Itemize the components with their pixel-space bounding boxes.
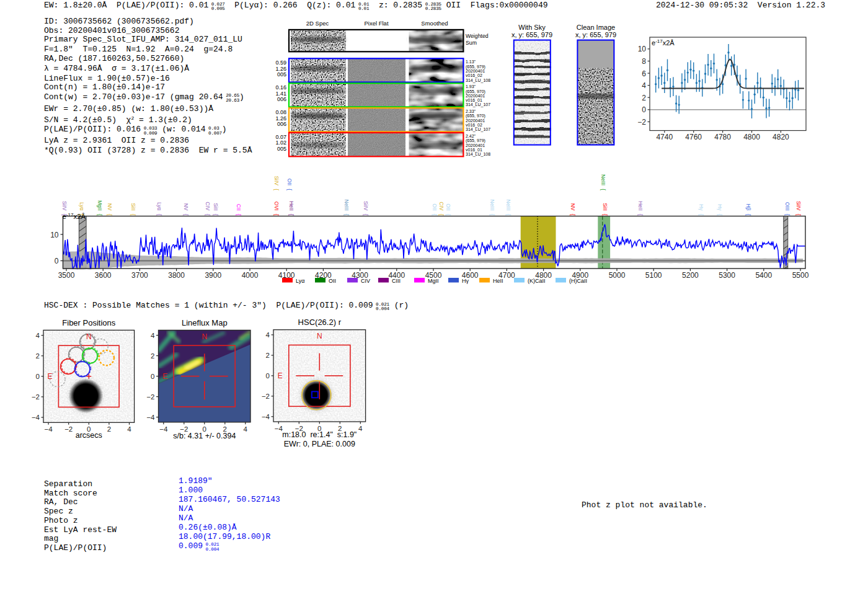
svg-text:Clean Image: Clean Image: [577, 24, 615, 31]
svg-text:20200401: 20200401: [466, 94, 485, 98]
svg-text:2: 2: [266, 352, 270, 359]
svg-text:HSC(26.2) r: HSC(26.2) r: [298, 318, 342, 327]
svg-text:3700: 3700: [131, 271, 148, 280]
svg-text:N: N: [202, 332, 207, 341]
svg-text:5100: 5100: [645, 271, 662, 280]
svg-text:314_LU_107: 314_LU_107: [466, 127, 490, 132]
svg-text:{: {: [130, 214, 136, 216]
svg-text:{: {: [213, 214, 219, 216]
svg-text:NeIII: NeIII: [505, 200, 512, 211]
svg-text:Hγ: Hγ: [462, 278, 469, 284]
svg-text:6: 6: [642, 69, 646, 78]
svg-text:20200401: 20200401: [466, 118, 485, 123]
svg-text:NV: NV: [107, 203, 113, 211]
svg-text:4820: 4820: [773, 133, 789, 141]
svg-text:314_LU_107: 314_LU_107: [466, 102, 490, 107]
svg-text:{: {: [79, 214, 85, 216]
svg-text:5500: 5500: [792, 271, 809, 280]
svg-text:{: {: [745, 214, 751, 216]
svg-text:OIII: OIII: [784, 202, 790, 211]
svg-text:3600: 3600: [95, 271, 112, 280]
svg-text:−2: −2: [146, 393, 154, 401]
svg-text:With Sky: With Sky: [518, 24, 546, 31]
svg-text:4: 4: [358, 425, 363, 432]
svg-text:Sum: Sum: [466, 40, 477, 46]
svg-text:8: 8: [642, 57, 646, 66]
svg-text:OII: OII: [286, 179, 293, 185]
svg-text:{: {: [637, 214, 644, 216]
svg-text:5300: 5300: [719, 271, 735, 280]
svg-text:−2: −2: [262, 393, 270, 400]
svg-text:Fiber Positions: Fiber Positions: [62, 318, 115, 327]
svg-text:−2: −2: [64, 425, 73, 433]
svg-text:Smoothed: Smoothed: [421, 20, 448, 27]
svg-text:4000: 4000: [242, 271, 259, 280]
svg-text:HeII: HeII: [637, 201, 644, 211]
svg-text:NV: NV: [570, 203, 576, 211]
svg-text:3800: 3800: [168, 271, 185, 280]
svg-text:{: {: [505, 214, 512, 216]
svg-text:{: {: [156, 214, 162, 216]
svg-text:e-17x2Å: e-17x2Å: [63, 212, 86, 220]
svg-text:{: {: [286, 189, 293, 190]
svg-text:10: 10: [638, 45, 647, 53]
svg-text:s/b: 4.31 +/- 0.394: s/b: 4.31 +/- 0.394: [173, 432, 236, 440]
svg-text:HeII: HeII: [493, 278, 503, 284]
svg-text:EWr: 0, PLAE: 0.009: EWr: 0, PLAE: 0.009: [284, 440, 355, 448]
svg-text:4740: 4740: [656, 133, 673, 141]
svg-text:SiIV: SiIV: [61, 201, 68, 211]
svg-text:{: {: [698, 214, 704, 216]
svg-text:{: {: [363, 214, 369, 216]
svg-text:3500: 3500: [58, 271, 75, 280]
svg-text:0: 0: [55, 257, 59, 265]
svg-text:{: {: [288, 214, 294, 216]
svg-text:−4: −4: [32, 414, 40, 421]
svg-text:e-17x2Å: e-17x2Å: [652, 38, 675, 47]
svg-text:SiIV: SiIV: [795, 201, 802, 211]
svg-text:005: 005: [277, 71, 286, 78]
svg-text:4780: 4780: [714, 133, 731, 141]
svg-text:{: {: [236, 214, 242, 216]
svg-text:MgII: MgII: [97, 200, 103, 211]
svg-text:OVI: OVI: [273, 202, 280, 211]
svg-text:2D Spec: 2D Spec: [306, 20, 329, 27]
svg-text:5400: 5400: [755, 271, 772, 280]
svg-text:{: {: [183, 214, 189, 216]
svg-text:NeIII: NeIII: [600, 174, 606, 185]
svg-text:x, y: 655, 979: x, y: 655, 979: [575, 31, 616, 38]
svg-text:4: 4: [127, 425, 131, 433]
svg-text:−4: −4: [262, 413, 270, 420]
svg-text:SiIV: SiIV: [273, 176, 280, 185]
svg-text:0: 0: [266, 372, 270, 380]
svg-text:{: {: [61, 214, 68, 216]
svg-text:E: E: [278, 371, 283, 380]
svg-text:Lyα: Lyα: [79, 202, 85, 211]
svg-text:{: {: [445, 214, 451, 216]
svg-text:NeIII: NeIII: [343, 200, 350, 211]
svg-text:{: {: [343, 214, 350, 216]
svg-text:Pixel Flat: Pixel Flat: [364, 20, 388, 27]
svg-text:SiII: SiII: [130, 203, 136, 210]
svg-text:{: {: [602, 214, 608, 216]
svg-text:Weighted: Weighted: [466, 33, 489, 39]
svg-text:4: 4: [151, 332, 155, 339]
svg-text:006: 006: [277, 96, 286, 102]
svg-text:HeII: HeII: [288, 201, 294, 211]
svg-text:20200401: 20200401: [466, 143, 485, 148]
svg-text:{: {: [205, 214, 211, 216]
svg-text:N: N: [86, 332, 92, 341]
svg-text:{: {: [784, 214, 790, 216]
svg-text:1.93": 1.93": [466, 84, 476, 89]
svg-text:MgII: MgII: [428, 278, 439, 284]
svg-text:−2: −2: [32, 393, 40, 401]
svg-text:E: E: [48, 372, 53, 381]
svg-text:005: 005: [277, 146, 286, 152]
svg-text:m:18.0 re:1.4" s:1.9": m:18.0 re:1.4" s:1.9": [282, 430, 356, 439]
svg-text:5000: 5000: [609, 271, 626, 280]
svg-text:SiII: SiII: [213, 203, 219, 210]
svg-text:N: N: [317, 332, 322, 340]
svg-text:0: 0: [36, 373, 40, 380]
svg-text:2: 2: [36, 352, 40, 360]
svg-text:Lyα: Lyα: [156, 202, 162, 211]
svg-text:{: {: [432, 214, 438, 216]
